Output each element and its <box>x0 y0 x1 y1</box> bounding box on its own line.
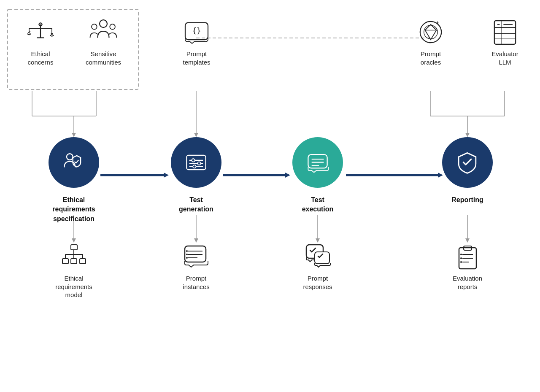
svg-point-40 <box>110 24 115 30</box>
people-group-icon <box>88 17 119 47</box>
svg-point-83 <box>186 257 188 259</box>
svg-rect-57 <box>186 155 205 170</box>
output3-label: Promptresponses <box>303 274 332 291</box>
svg-point-63 <box>193 165 196 168</box>
svg-point-62 <box>197 162 200 165</box>
step2-label: Testgeneration <box>179 195 213 214</box>
step2-circle <box>171 137 221 188</box>
output-prompt-instances: Promptinstances <box>171 243 221 291</box>
svg-point-56 <box>67 154 73 160</box>
svg-rect-76 <box>80 259 86 264</box>
svg-point-91 <box>460 254 462 255</box>
diagram-container: Ethicalconcerns Sensitivecommunities {} <box>0 0 540 392</box>
step-test-execution: Testexecution <box>292 137 343 214</box>
svg-point-61 <box>192 159 194 162</box>
step-reporting: Reporting <box>442 137 493 205</box>
svg-marker-7 <box>72 133 76 137</box>
chat-check-icon <box>304 243 332 270</box>
step3-circle <box>292 137 343 188</box>
svg-point-92 <box>460 257 462 259</box>
svg-marker-9 <box>194 133 198 137</box>
svg-point-38 <box>100 20 107 27</box>
input-sensitive-communities: Sensitivecommunities <box>78 17 129 66</box>
ethical-concerns-label: Ethicalconcerns <box>28 50 54 66</box>
chat-list-icon <box>183 243 210 270</box>
svg-text:{}: {} <box>192 26 201 35</box>
svg-point-93 <box>460 261 462 263</box>
svg-marker-19 <box>194 238 198 243</box>
hierarchy-icon <box>60 243 88 270</box>
balance-scale-icon <box>25 17 56 47</box>
input-ethical-concerns: Ethicalconcerns <box>15 17 66 66</box>
svg-point-81 <box>186 250 188 252</box>
svg-point-39 <box>92 24 97 30</box>
oracle-gem-icon <box>416 17 446 47</box>
svg-rect-64 <box>308 154 327 168</box>
svg-marker-15 <box>465 133 470 137</box>
prompt-templates-label: Prompttemplates <box>183 50 210 66</box>
input-prompt-templates: {} Prompttemplates <box>171 17 222 66</box>
prompt-oracles-label: Promptoracles <box>421 50 441 66</box>
svg-marker-21 <box>316 238 320 243</box>
output2-label: Promptinstances <box>183 274 209 291</box>
step4-label: Reporting <box>451 195 483 205</box>
sliders-icon <box>184 150 209 175</box>
sensitive-communities-label: Sensitivecommunities <box>86 50 121 66</box>
svg-marker-17 <box>72 238 76 243</box>
svg-rect-74 <box>62 259 68 264</box>
output4-label: Evaluationreports <box>453 274 482 291</box>
output-ethical-requirements-model: Ethicalrequirementsmodel <box>49 243 99 299</box>
svg-rect-68 <box>71 245 77 250</box>
step4-circle <box>442 137 493 188</box>
step-test-generation: Testgeneration <box>171 137 221 214</box>
output-prompt-responses: Promptresponses <box>292 243 343 291</box>
step3-label: Testexecution <box>302 195 334 214</box>
output1-label: Ethicalrequirementsmodel <box>55 274 92 299</box>
step1-circle <box>49 137 99 188</box>
input-prompt-oracles: Promptoracles <box>405 17 456 66</box>
svg-point-82 <box>186 254 188 255</box>
step1-label: Ethicalrequirementsspecification <box>52 195 95 224</box>
step-ethical-requirements: Ethicalrequirementsspecification <box>49 137 99 224</box>
shield-check-icon <box>455 150 480 175</box>
chat-lines-icon <box>305 150 330 175</box>
svg-marker-23 <box>465 238 470 243</box>
evaluator-table-icon <box>490 17 520 47</box>
message-code-icon: {} <box>181 17 212 47</box>
svg-rect-85 <box>315 252 329 264</box>
input-evaluator-llm: EvaluatorLLM <box>480 17 530 66</box>
output-evaluation-reports: Evaluationreports <box>442 243 493 291</box>
people-shield-icon <box>61 150 86 175</box>
clipboard-list-icon <box>454 243 481 270</box>
evaluator-llm-label: EvaluatorLLM <box>491 50 518 66</box>
svg-rect-75 <box>71 259 77 264</box>
